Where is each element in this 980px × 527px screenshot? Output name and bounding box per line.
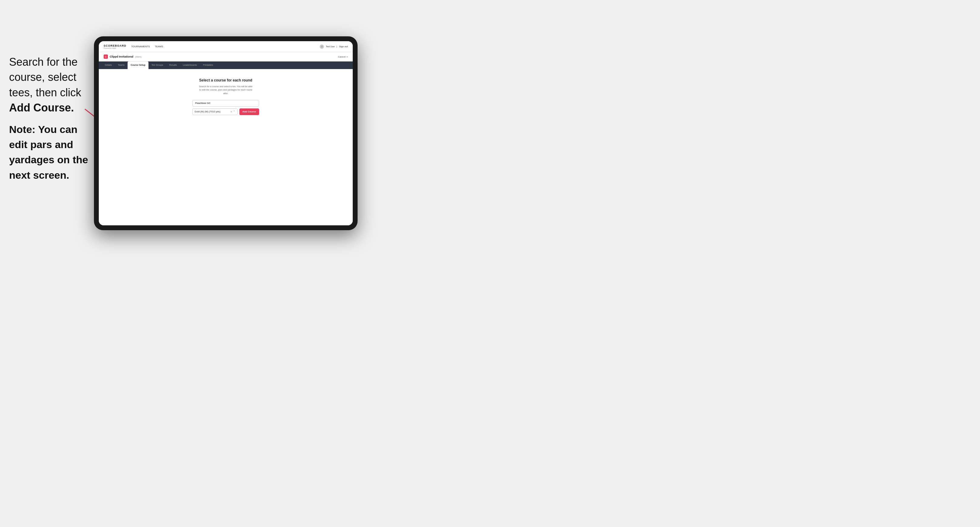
tee-clear-icon[interactable]: ×	[230, 110, 232, 113]
annotation-line1: Search for thecourse, selecttees, then c…	[9, 54, 94, 116]
navbar-right: U Test User | Sign out	[320, 44, 348, 49]
tab-details[interactable]: Details	[102, 62, 115, 69]
tournament-header: C Clippd Invitational (Men) Cancel ×	[99, 52, 353, 62]
tee-select-value: Gold (M) (M) (7010 yds)	[194, 110, 220, 113]
tab-course-setup[interactable]: Course Setup	[127, 62, 148, 69]
course-search-input[interactable]	[192, 100, 259, 106]
navbar-left: SCOREBOARD Powered by clippd TOURNAMENTS…	[103, 44, 163, 49]
main-content: Select a course for each round Search fo…	[99, 69, 353, 225]
annotation-block: Search for thecourse, selecttees, then c…	[9, 54, 94, 189]
add-course-button[interactable]: Add Course	[239, 108, 259, 115]
tablet-frame: SCOREBOARD Powered by clippd TOURNAMENTS…	[94, 37, 358, 230]
app-navbar: SCOREBOARD Powered by clippd TOURNAMENTS…	[99, 41, 353, 52]
tournament-gender: (Men)	[135, 56, 142, 58]
section-title: Select a course for each round	[199, 78, 252, 83]
tabs-bar: Details Teams Course Setup Tee Groups Re…	[99, 62, 353, 69]
signout-link[interactable]: Sign out	[339, 45, 348, 48]
user-avatar: U	[320, 44, 324, 49]
brand-sub: Powered by clippd	[103, 47, 126, 49]
tablet-screen: SCOREBOARD Powered by clippd TOURNAMENTS…	[99, 41, 353, 225]
tee-chevron-icon[interactable]: ⌃	[233, 110, 235, 113]
annotation-bold: Add Course.	[9, 102, 74, 114]
annotation-note: Note: You canedit pars andyardages on th…	[9, 122, 94, 183]
tournament-icon: C	[103, 54, 108, 59]
tee-select-row: Gold (M) (M) (7010 yds) × ⌃ Add Course	[192, 108, 259, 115]
tee-select-controls: × ⌃	[230, 110, 235, 113]
nav-tournaments[interactable]: TOURNAMENTS	[131, 45, 150, 48]
annotation-note-text: Note: You canedit pars andyardages on th…	[9, 124, 88, 181]
nav-separator: |	[337, 45, 337, 48]
tournament-name: Clippd Invitational	[110, 55, 133, 58]
tournament-title-area: C Clippd Invitational (Men)	[103, 54, 142, 59]
cancel-icon: ×	[346, 56, 348, 58]
tab-teams[interactable]: Teams	[115, 62, 127, 69]
section-description: Search for a course and select a tee. Yo…	[199, 85, 253, 95]
brand-logo: SCOREBOARD Powered by clippd	[103, 44, 126, 49]
tee-select[interactable]: Gold (M) (M) (7010 yds) × ⌃	[192, 108, 237, 115]
tab-printables[interactable]: Printables	[200, 62, 216, 69]
tab-results[interactable]: Results	[166, 62, 180, 69]
user-name: Test User	[326, 45, 335, 48]
nav-teams[interactable]: TEAMS	[155, 45, 163, 48]
tab-tee-groups[interactable]: Tee Groups	[148, 62, 166, 69]
tab-leaderboards[interactable]: Leaderboards	[180, 62, 200, 69]
cancel-button[interactable]: Cancel ×	[338, 56, 348, 58]
brand-title: SCOREBOARD	[103, 44, 126, 47]
